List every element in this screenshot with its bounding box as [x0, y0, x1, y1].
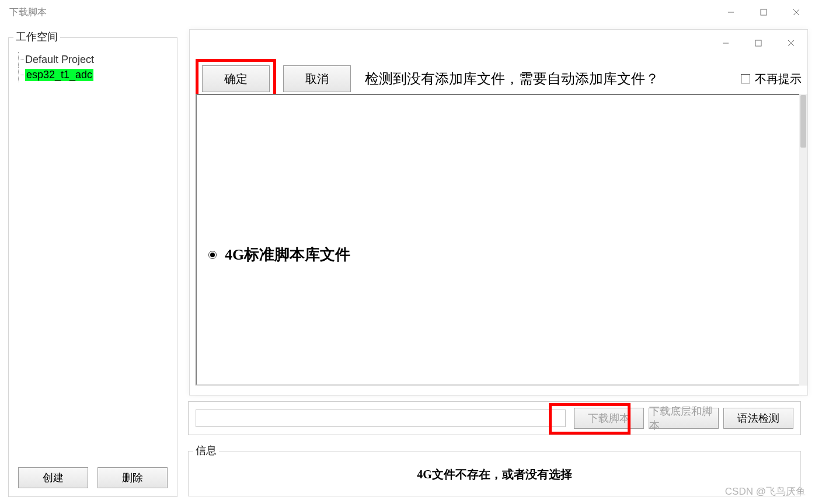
dialog-message: 检测到没有添加库文件，需要自动添加库文件？ — [365, 69, 734, 88]
window-controls — [715, 0, 813, 24]
bottom-bar: 下载脚本 下载底层和脚本 语法检测 — [188, 401, 801, 435]
radio-option-4g[interactable]: 4G标准脚本库文件 — [208, 244, 350, 265]
workspace-legend: 工作空间 — [13, 30, 60, 44]
radio-label: 4G标准脚本库文件 — [225, 244, 350, 265]
info-panel: 信息 4G文件不存在，或者没有选择 — [188, 451, 801, 496]
svg-rect-5 — [755, 40, 761, 46]
info-legend: 信息 — [193, 443, 219, 457]
dialog-window: 确定 取消 检测到没有添加库文件，需要自动添加库文件？ 不再提示 4G标准脚本库… — [189, 29, 808, 396]
dialog-body: 4G标准脚本库文件 — [196, 94, 802, 386]
tree-row-root[interactable]: Default Project — [15, 52, 172, 67]
dialog-titlebar[interactable] — [190, 30, 807, 57]
scrollbar-thumb[interactable] — [800, 95, 806, 148]
bottom-buttons: 下载脚本 下载底层和脚本 语法检测 — [574, 408, 793, 429]
dialog-minimize-icon[interactable] — [709, 30, 742, 57]
maximize-icon[interactable] — [747, 0, 780, 24]
workspace-tree[interactable]: Default Project esp32_t1_adc — [15, 52, 172, 460]
close-icon[interactable] — [780, 0, 813, 24]
workspace-panel: 工作空间 Default Project esp32_t1_adc 创建 删除 — [8, 37, 177, 497]
dont-prompt-label: 不再提示 — [755, 71, 802, 87]
tree-child-label: esp32_t1_adc — [25, 69, 93, 81]
delete-button[interactable]: 删除 — [97, 467, 168, 488]
window-title: 下载脚本 — [9, 6, 47, 19]
download-script-button[interactable]: 下载脚本 — [574, 408, 644, 429]
cancel-button[interactable]: 取消 — [283, 65, 351, 92]
download-base-script-button[interactable]: 下载底层和脚本 — [649, 408, 719, 429]
highlight-confirm: 确定 — [196, 59, 276, 99]
syntax-check-button[interactable]: 语法检测 — [723, 408, 793, 429]
dialog-close-icon[interactable] — [775, 30, 807, 57]
create-button[interactable]: 创建 — [18, 467, 88, 488]
dialog-scrollbar[interactable] — [799, 94, 807, 386]
tree-row-child[interactable]: esp32_t1_adc — [15, 67, 172, 82]
checkbox-icon[interactable] — [741, 74, 750, 83]
radio-icon[interactable] — [208, 251, 217, 259]
main-window: 下载脚本 工作空间 Default Project esp32_t1_adc 创… — [0, 0, 815, 504]
dont-prompt-checkbox[interactable]: 不再提示 — [741, 71, 802, 87]
main-titlebar[interactable]: 下载脚本 — [0, 0, 815, 24]
path-input[interactable] — [196, 410, 566, 427]
dialog-top-row: 确定 取消 检测到没有添加库文件，需要自动添加库文件？ 不再提示 — [196, 59, 802, 99]
watermark: CSDN @飞鸟厌鱼 — [725, 485, 806, 498]
svg-rect-1 — [761, 9, 767, 15]
tree-root-label: Default Project — [25, 54, 94, 66]
dialog-maximize-icon[interactable] — [742, 30, 775, 57]
minimize-icon[interactable] — [715, 0, 747, 24]
confirm-button[interactable]: 确定 — [202, 65, 270, 92]
workspace-buttons: 创建 删除 — [9, 467, 177, 488]
info-message: 4G文件不存在，或者没有选择 — [189, 467, 800, 482]
